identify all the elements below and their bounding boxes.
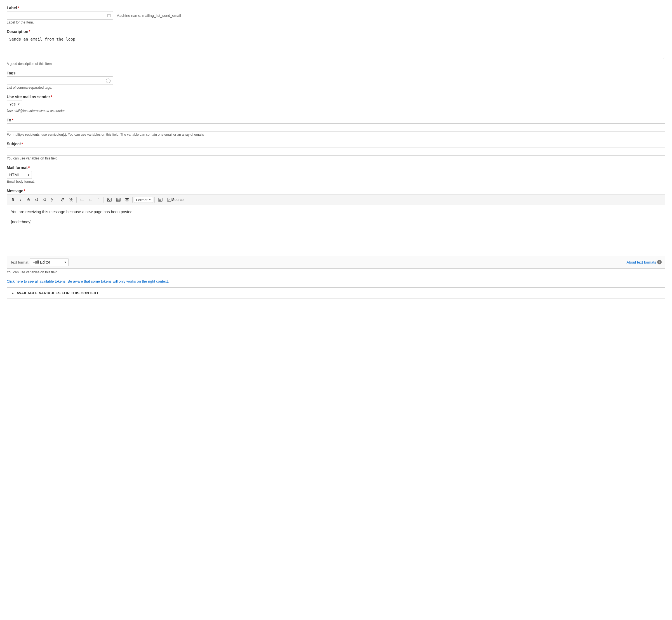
source-button[interactable]: </> Source [165, 196, 186, 203]
text-format-select-wrap: Full Editor Basic HTML Restricted HTML P… [30, 258, 68, 266]
align-button[interactable] [123, 196, 131, 203]
svg-rect-9 [90, 200, 92, 200]
special-char-button[interactable]: Ω [156, 196, 164, 203]
svg-rect-7 [90, 199, 92, 199]
available-variables-panel[interactable]: ► AVAILABLE VARIABLES FOR THIS CONTEXT [7, 287, 665, 299]
svg-rect-2 [80, 200, 81, 200]
text-format-row: Text format Full Editor Basic HTML Restr… [10, 258, 68, 266]
subscript-button[interactable]: x2 [41, 196, 48, 203]
svg-rect-19 [125, 198, 129, 199]
toolbar-separator-5 [154, 197, 155, 203]
numbered-list-button[interactable]: 1.2.3. [87, 196, 94, 203]
use-site-mail-select-wrap: Yes No [7, 100, 22, 108]
use-site-mail-hint: Use niall@fuseinteractive.ca as sender [7, 109, 665, 113]
tags-hint: List of comma-separated tags. [7, 86, 665, 90]
label-input-wrap: Mailing list - Send Email ◫ [7, 11, 113, 19]
remove-format-button[interactable]: Ix [48, 196, 56, 203]
description-field-label: Description* [7, 30, 665, 34]
message-hint: You can use variables on this field. [7, 270, 665, 274]
svg-rect-14 [116, 198, 120, 201]
subject-field: Subject* New Page added! [node:title] Yo… [7, 142, 665, 160]
to-field: To* {{mailing_list_users->mail}} For mul… [7, 118, 665, 137]
strikethrough-button[interactable]: S [25, 196, 32, 203]
svg-rect-22 [125, 201, 128, 201]
available-variables-label: AVAILABLE VARIABLES FOR THIS CONTEXT [16, 291, 99, 295]
format-dropdown[interactable]: Format [134, 197, 153, 203]
label-hint: Label for the Item. [7, 20, 665, 24]
label-field: Label* Mailing list - Send Email ◫ Machi… [7, 6, 665, 24]
to-field-label: To* [7, 118, 665, 122]
svg-rect-5 [81, 201, 84, 201]
table-button[interactable] [114, 196, 122, 203]
mail-format-field: Mail format* HTML Plain text Email body … [7, 165, 665, 184]
link-button[interactable] [59, 196, 66, 203]
svg-rect-12 [107, 198, 111, 201]
text-format-label: Text format [10, 260, 28, 264]
label-field-label: Label* [7, 6, 665, 10]
label-row: Mailing list - Send Email ◫ Machine name… [7, 11, 665, 19]
bold-button[interactable]: B [9, 196, 16, 203]
tags-input-wrap: mailing list ◯ [7, 76, 113, 85]
machine-name: Machine name: mailing_list_send_email [116, 13, 181, 18]
variables-link[interactable]: Click here to see all available tokens. … [7, 279, 665, 283]
blockquote-button[interactable]: " [95, 196, 102, 203]
tags-clear-icon[interactable]: ◯ [106, 79, 111, 83]
mail-format-select-wrap: HTML Plain text [7, 171, 32, 179]
unlink-button[interactable] [67, 196, 75, 203]
description-field: Description* Sends an email from the loo… [7, 30, 665, 66]
svg-rect-0 [80, 199, 81, 199]
tags-input[interactable]: mailing list [7, 76, 113, 85]
toolbar-separator-4 [132, 197, 133, 203]
superscript-button[interactable]: x2 [33, 196, 40, 203]
svg-point-13 [108, 199, 109, 200]
subject-hint: You can use variables on this field. [7, 156, 665, 160]
editor-footer: Text format Full Editor Basic HTML Restr… [7, 256, 665, 268]
expand-triangle-icon: ► [11, 292, 14, 295]
svg-text:</>: </> [168, 199, 171, 201]
use-site-mail-field: Use site mail as sender* Yes No Use nial… [7, 95, 665, 113]
bullet-list-button[interactable] [78, 196, 86, 203]
text-format-select[interactable]: Full Editor Basic HTML Restricted HTML P… [30, 258, 68, 266]
description-textarea[interactable]: Sends an email from the loop [7, 35, 665, 60]
label-icon: ◫ [107, 13, 111, 18]
subject-field-label: Subject* [7, 142, 665, 146]
svg-text:3.: 3. [89, 200, 90, 201]
mail-format-hint: Email body format. [7, 179, 665, 184]
editor-toolbar: B I S x2 x2 Ix 1.2.3. [7, 195, 665, 205]
svg-rect-11 [90, 201, 92, 201]
description-hint: A good description of this Item. [7, 62, 665, 66]
mail-format-select[interactable]: HTML Plain text [7, 171, 32, 179]
about-text-formats-link[interactable]: About text formats ? [627, 260, 662, 264]
message-field-label: Message* [7, 189, 665, 193]
svg-rect-20 [125, 199, 128, 200]
tags-field-label: Tags [7, 71, 665, 75]
toolbar-separator-1 [57, 197, 57, 203]
editor-body[interactable]: You are receiving this message because a… [7, 205, 665, 256]
message-field: Message* B I S x2 x2 Ix [7, 189, 665, 274]
svg-text:Ω: Ω [159, 198, 161, 201]
to-input[interactable]: {{mailing_list_users->mail}} [7, 123, 665, 132]
label-input[interactable]: Mailing list - Send Email [7, 11, 113, 19]
tags-field: Tags mailing list ◯ List of comma-separa… [7, 71, 665, 90]
use-site-mail-label: Use site mail as sender* [7, 95, 665, 99]
svg-rect-1 [81, 199, 84, 199]
svg-rect-3 [81, 200, 84, 200]
italic-button[interactable]: I [17, 196, 24, 203]
subject-input[interactable]: New Page added! [node:title] [7, 147, 665, 156]
to-hint: For multiple recipients, use semicolon(;… [7, 133, 665, 137]
svg-rect-4 [80, 201, 81, 201]
mail-format-label: Mail format* [7, 165, 665, 170]
editor-container: B I S x2 x2 Ix 1.2.3. [7, 194, 665, 269]
use-site-mail-select[interactable]: Yes No [7, 100, 22, 108]
image-button[interactable] [105, 196, 114, 203]
svg-rect-21 [125, 200, 129, 200]
help-icon: ? [657, 260, 662, 264]
